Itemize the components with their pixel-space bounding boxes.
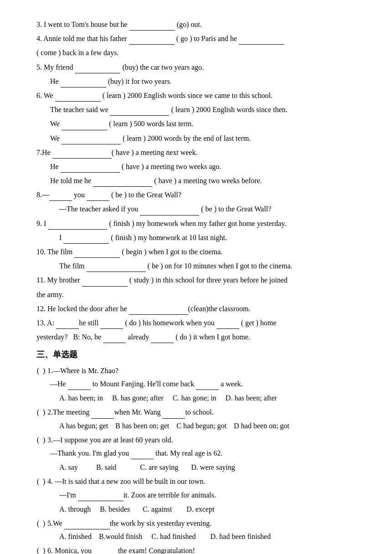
mc-q1-optA: A. has been; in B. has gone; after C. ha… [59, 394, 277, 402]
question-13: 13. A: he still ( do ) his homework when… [36, 317, 356, 329]
mc-q3-opts: A. say B. said C. are saying D. were say… [59, 463, 235, 471]
mc-q5-stem: ( ) 5.We the work by six yesterday eveni… [36, 517, 356, 529]
q13-blank5 [151, 335, 174, 343]
q8a-blank1 [49, 193, 72, 201]
question-6b: The teacher said we ( learn ) 2000 Engli… [36, 103, 356, 116]
q7c-text: He told me he [50, 177, 93, 185]
mc-q5-options: A. finished B.would finish C. had finish… [36, 530, 356, 543]
q6d-end: ( learn ) 2000 words by the end of last … [121, 134, 251, 142]
mc-q6-paren: ( ) [36, 544, 46, 554]
q12-end: (clean)the classroom. [188, 305, 251, 313]
q13-mid2: ( do ) his homework when you [123, 319, 216, 327]
q5b-blank [61, 79, 106, 87]
question-3: 3. I went to Tom's house but he (go) out… [36, 18, 356, 31]
mc-q1-blank2 [196, 382, 219, 390]
q7a-blank [52, 150, 112, 159]
mc-q1-blank1 [68, 382, 91, 390]
q8b-text: ---The teacher asked if you [59, 205, 140, 213]
question-5b: He (buy) it for two years. [36, 75, 356, 87]
q7a-end: ( have ) a meeting next week. [112, 149, 198, 156]
mc-q3-t2: —Thank you. I'm glad you [50, 449, 131, 457]
q4-mid: ( go ) to Paris and he [175, 35, 239, 42]
q9b-blank [63, 236, 109, 244]
mc-q3-blank [131, 451, 154, 459]
q9a-blank [48, 221, 107, 230]
mc-q4-paren: ( ) [36, 475, 46, 487]
mc-q2-blank2 [162, 410, 185, 419]
section-title-mc: 三、单选题 [36, 348, 356, 362]
q7a-text: 7.He [36, 149, 52, 156]
question-10a: 10. The film ( begin ) when I got to the… [36, 246, 356, 258]
question-5a: 5. My friend (buy) the car two years ago… [36, 61, 356, 73]
q10b-blank [87, 264, 146, 272]
q11-blank [82, 278, 128, 287]
mc-q5-text: 5.We [47, 519, 64, 527]
q12-blank [129, 307, 188, 315]
mc-q4-t3: it. Zoos are terrible for animals. [124, 491, 216, 499]
q8a-mid1: you [72, 191, 87, 199]
q9a-text: 9. I [36, 220, 48, 227]
question-4-cont: ( come ) back in a few days. [36, 46, 356, 59]
q4-blank2 [239, 36, 284, 45]
q7c-end: ( have ) a meeting two weeks before. [152, 177, 262, 185]
q3-text: 3. I went to Tom's house but he [36, 21, 129, 28]
mc-q2-blank1 [91, 410, 114, 419]
q13-mid1: he still [79, 319, 100, 327]
q8b-end: ( be ) to the Great Wall? [199, 205, 271, 213]
q8b-blank [140, 207, 199, 215]
q6c-end: ( learn ) 500 words last term. [107, 120, 193, 128]
q5a-text: 5. My friend [36, 63, 75, 71]
mc-q3-paren: ( ) [36, 434, 46, 446]
question-4: 4. Annie told me that his father ( go ) … [36, 32, 356, 45]
question-8b: ---The teacher asked if you ( be ) to th… [36, 203, 356, 215]
q9a-end: ( finish ) my homework when my father go… [107, 220, 286, 227]
q6a-end: ( learn ) 2000 English words since we ca… [101, 92, 273, 99]
mc-q1-text2: —He to Mount Fanjing. He'll come back a … [36, 378, 356, 390]
mc-q6-stem: ( ) 6. Monica, you the exam! Congratulat… [36, 544, 356, 554]
mc-q1-options: A. has been; in B. has gone; after C. ha… [36, 392, 356, 404]
q6b-blank [110, 108, 169, 116]
mc-q3-stem: ( ) 3.—I suppose you are at least 60 yea… [36, 434, 356, 446]
q3-blank1 [129, 22, 175, 31]
q3-end: (go) out. [175, 21, 202, 28]
mc-q2-end: to school. [185, 408, 213, 416]
q9b-text: I [59, 234, 63, 241]
q13-mid4: already [126, 333, 151, 341]
question-11: 11. My brother ( study ) in this school … [36, 274, 356, 286]
q13-mid3: ( get ) home [239, 319, 277, 327]
mc-q3-text2: —Thank you. I'm glad you that. My real a… [36, 447, 356, 459]
mc-q5-end: the work by six yesterday evening. [110, 519, 211, 527]
q11-cont: the army. [36, 291, 63, 298]
q10a-blank [74, 250, 120, 258]
question-7a: 7.He ( have ) a meeting next week. [36, 146, 356, 159]
q13-blank1 [56, 321, 79, 329]
mc-q1-stem: ( ) 1.—Where is Mr. Zhao? [36, 364, 356, 377]
mc-q1-t2: —He [50, 380, 68, 388]
mc-q3-options: A. say B. said C. are saying D. were say… [36, 461, 356, 473]
mc-q4-text: 4. ---It is said that a new zoo will be … [47, 477, 205, 485]
q12-text: 12. He locked the door after he [36, 305, 129, 313]
question-8a: 8.--- you ( be ) to the Great Wall? [36, 189, 356, 201]
question-9a: 9. I ( finish ) my homework when my fath… [36, 217, 356, 230]
mc-q1-text: 1.—Where is Mr. Zhao? [47, 367, 119, 374]
question-6a: 6. We ( learn ) 2000 English words since… [36, 89, 356, 102]
mc-q6-end: the exam! Congratulation! [116, 547, 195, 554]
q6c-blank [62, 122, 107, 130]
mc-q2-opts: A has begun; get B has been on; get C ha… [59, 422, 289, 430]
q10a-text: 10. The film [36, 248, 74, 256]
q8a-text: 8.--- [36, 191, 49, 199]
q5b-end: (buy) it for two years. [106, 77, 172, 85]
question-11-cont: the army. [36, 288, 356, 301]
q13-blank4 [103, 335, 126, 343]
mc-q2-mid: when Mr. Wang [114, 408, 162, 416]
question-6d: We ( learn ) 2000 words by the end of la… [36, 132, 356, 144]
mc-q1-paren: ( ) [36, 364, 46, 377]
q11-text: 11. My brother [36, 276, 82, 284]
section-title-text: 三、单选题 [36, 350, 77, 359]
mc-q2-options: A has begun; get B has been on; get C ha… [36, 420, 356, 432]
question-7b: He ( have ) a meeting two weeks ago. [36, 160, 356, 173]
q13-text: 13. A: [36, 319, 56, 327]
main-content: 3. I went to Tom's house but he (go) out… [36, 18, 356, 554]
mc-q1-t3: to Mount Fanjing. He'll come back [91, 380, 196, 388]
mc-q4-options: A. through B. besides C. against D. exce… [36, 503, 356, 515]
